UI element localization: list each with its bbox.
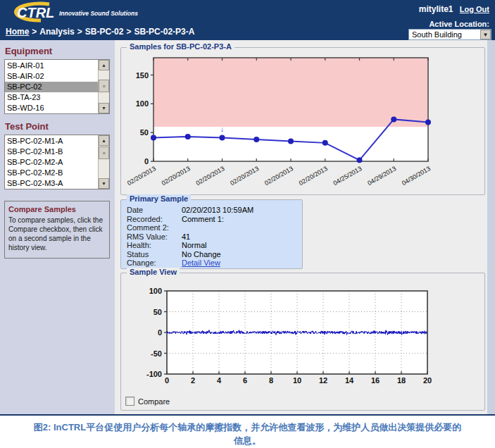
breadcrumb: Home>Analysis>SB-PC-02>SB-PC-02-P3-A xyxy=(6,27,194,37)
samples-panel-title: Samples for SB-PC-02-P3-A xyxy=(127,42,234,51)
compare-samples-title: Compare Samples xyxy=(8,205,106,213)
equipment-title: Equipment xyxy=(5,46,111,56)
list-item[interactable]: SB-TA-23 xyxy=(5,92,98,103)
svg-text:50: 50 xyxy=(140,128,149,137)
field-label: Status xyxy=(127,250,182,259)
svg-text:150: 150 xyxy=(136,71,149,80)
ctrl-logo: CTRL Innovative Sound Solutions xyxy=(4,1,159,24)
scroll-down-icon[interactable]: ▼ xyxy=(99,103,109,113)
primary-sample-row: Date02/20/2013 10:59AM xyxy=(127,206,302,215)
breadcrumb-separator: > xyxy=(32,27,37,37)
logo-brand-text: CTRL xyxy=(17,5,54,20)
breadcrumb-separator: > xyxy=(126,27,131,37)
username: mitylite1 xyxy=(419,4,453,14)
breadcrumb-item: SB-PC-02-P3-A xyxy=(134,27,194,37)
breadcrumb-item: SB-PC-02 xyxy=(85,27,124,37)
user-info: mitylite1 Log Out xyxy=(419,4,489,14)
svg-text:0: 0 xyxy=(165,376,169,385)
list-item[interactable]: SB-PC-02-M3-A xyxy=(5,178,98,189)
breadcrumb-item[interactable]: Home xyxy=(6,27,29,37)
test-point-listbox[interactable]: SB-PC-02-M1-ASB-PC-02-M1-BSB-PC-02-M2-AS… xyxy=(4,135,110,189)
sample-view-panel: Sample View -100-50050100024681012141618… xyxy=(120,273,485,411)
svg-text:02/20/2013: 02/20/2013 xyxy=(263,165,294,186)
field-label: Comment 2: xyxy=(127,223,182,232)
scroll-up-icon[interactable]: ▲ xyxy=(99,135,109,146)
field-label: Recorded: xyxy=(127,215,182,224)
list-item[interactable]: SB-AIR-01 xyxy=(5,61,98,71)
logout-link[interactable]: Log Out xyxy=(460,5,489,13)
scroll-down-icon[interactable]: ▼ xyxy=(99,178,109,189)
content-area: Equipment SB-AIR-01SB-AIR-02SB-PC-02SB-T… xyxy=(0,40,495,414)
svg-text:20: 20 xyxy=(423,376,432,385)
chevron-down-icon[interactable]: ▼ xyxy=(480,30,491,39)
primary-sample-row: RMS Value:41 xyxy=(127,232,302,242)
sample-view-chart[interactable]: -100-5005010002468101214161820 xyxy=(121,279,484,390)
svg-text:10: 10 xyxy=(293,376,301,385)
primary-sample-row: Change:Detail View xyxy=(127,259,302,268)
figure-caption: 图2: InCTRL平台促使用户分析每个轴承的摩擦指数，并允许他查看波形，为维护… xyxy=(30,421,466,448)
svg-text:8: 8 xyxy=(269,376,273,385)
location-select[interactable]: South Building ▼ xyxy=(408,29,491,40)
svg-text:02/20/2013: 02/20/2013 xyxy=(229,165,260,186)
test-point-items: SB-PC-02-M1-ASB-PC-02-M1-BSB-PC-02-M2-AS… xyxy=(5,136,98,189)
field-value: No Change xyxy=(182,250,221,259)
field-label: Date xyxy=(127,206,182,215)
field-label: Health: xyxy=(127,241,182,250)
primary-sample-row: Recorded:Comment 1: xyxy=(127,215,302,224)
test-point-scrollbar[interactable]: ▲ ≡ ▼ xyxy=(98,135,109,189)
list-item[interactable]: SB-PC-02-M2-A xyxy=(5,157,98,168)
list-item[interactable]: SB-PC-02-M1-A xyxy=(5,136,98,147)
equipment-listbox[interactable]: SB-AIR-01SB-AIR-02SB-PC-02SB-TA-23SB-WD-… xyxy=(4,59,110,114)
primary-sample-panel: Primary Sample Date02/20/2013 10:59AMRec… xyxy=(120,199,303,269)
svg-text:04/25/2013: 04/25/2013 xyxy=(332,165,363,186)
svg-text:2: 2 xyxy=(191,376,195,385)
list-item[interactable]: SB-AIR-02 xyxy=(5,71,98,82)
list-item[interactable]: SB-PC-02-M2-B xyxy=(5,168,98,178)
equipment-items: SB-AIR-01SB-AIR-02SB-PC-02SB-TA-23SB-WD-… xyxy=(5,61,98,113)
compare-checkbox-label: Compare xyxy=(138,397,170,406)
svg-text:50: 50 xyxy=(153,308,162,316)
svg-text:↓: ↓ xyxy=(220,125,224,133)
primary-sample-title: Primary Sample xyxy=(127,194,191,203)
svg-text:02/20/2013: 02/20/2013 xyxy=(298,165,329,186)
field-value: 02/20/2013 10:59AM xyxy=(182,206,253,215)
primary-sample-row: StatusNo Change xyxy=(127,250,302,259)
test-point-title: Test Point xyxy=(5,121,111,132)
samples-panel: Samples for SB-PC-02-P3-A 05010015002/20… xyxy=(120,47,485,195)
svg-text:16: 16 xyxy=(371,376,380,385)
svg-text:02/20/2013: 02/20/2013 xyxy=(161,165,192,186)
svg-text:-50: -50 xyxy=(151,349,162,358)
logo-tagline-text: Innovative Sound Solutions xyxy=(59,10,138,17)
breadcrumb-separator: > xyxy=(77,27,82,37)
samples-chart[interactable]: 05010015002/20/201302/20/201302/20/20130… xyxy=(121,48,484,186)
compare-row: Compare xyxy=(125,397,170,406)
page: CTRL Innovative Sound Solutions mitylite… xyxy=(0,0,495,448)
svg-text:0: 0 xyxy=(158,328,162,337)
svg-text:-100: -100 xyxy=(146,370,162,378)
scroll-up-icon[interactable]: ▲ xyxy=(99,60,109,70)
svg-text:12: 12 xyxy=(319,376,327,385)
scroll-thumb[interactable]: ≡ xyxy=(99,147,109,159)
breadcrumb-item: Analysis xyxy=(39,27,74,37)
svg-text:14: 14 xyxy=(345,376,354,385)
compare-checkbox[interactable] xyxy=(125,397,134,406)
equipment-scrollbar[interactable]: ▲ ≡ ▼ xyxy=(98,60,109,113)
compare-samples-text: To compare samples, click the Compare ch… xyxy=(8,216,106,252)
active-location-label: Active Location: xyxy=(429,20,489,28)
location-select-value: South Building xyxy=(409,30,480,39)
field-label: Change: xyxy=(127,259,182,268)
list-item[interactable]: SB-PC-02-M1-B xyxy=(5,147,98,157)
field-value: Normal xyxy=(182,241,206,250)
scroll-thumb[interactable]: ≡ xyxy=(99,80,109,92)
svg-text:6: 6 xyxy=(243,376,247,385)
svg-text:100: 100 xyxy=(136,99,149,108)
detail-view-link[interactable]: Detail View xyxy=(182,259,220,268)
primary-sample-rows: Date02/20/2013 10:59AMRecorded:Comment 1… xyxy=(127,206,302,268)
list-item[interactable]: SB-WD-16 xyxy=(5,103,98,113)
svg-text:18: 18 xyxy=(397,376,406,385)
list-item[interactable]: SB-PC-02 xyxy=(5,82,98,92)
app-header: CTRL Innovative Sound Solutions mitylite… xyxy=(0,0,495,40)
svg-text:0: 0 xyxy=(144,157,149,166)
field-value: Comment 1: xyxy=(182,215,224,224)
svg-text:02/20/2013: 02/20/2013 xyxy=(126,165,157,186)
